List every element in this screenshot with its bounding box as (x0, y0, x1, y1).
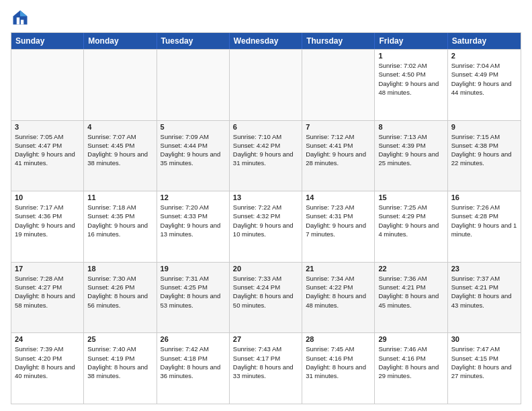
calendar-header-cell: Wednesday (230, 33, 302, 49)
calendar-cell: 19Sunrise: 7:31 AM Sunset: 4:25 PM Dayli… (157, 263, 230, 333)
calendar-header-cell: Sunday (11, 33, 84, 49)
day-number: 27 (233, 335, 298, 343)
calendar-cell: 2Sunrise: 7:04 AM Sunset: 4:49 PM Daylig… (448, 50, 521, 120)
day-number: 24 (15, 335, 80, 343)
calendar-cell-empty (302, 50, 375, 120)
day-info: Sunrise: 7:45 AM Sunset: 4:16 PM Dayligh… (306, 345, 366, 379)
calendar-cell: 23Sunrise: 7:37 AM Sunset: 4:21 PM Dayli… (448, 263, 521, 333)
calendar-cell: 4Sunrise: 7:07 AM Sunset: 4:45 PM Daylig… (84, 121, 157, 191)
calendar-cell: 16Sunrise: 7:26 AM Sunset: 4:28 PM Dayli… (448, 191, 521, 262)
calendar-header: SundayMondayTuesdayWednesdayThursdayFrid… (11, 33, 521, 49)
calendar-cell: 26Sunrise: 7:42 AM Sunset: 4:18 PM Dayli… (157, 333, 230, 404)
calendar-cell: 29Sunrise: 7:46 AM Sunset: 4:16 PM Dayli… (375, 333, 447, 404)
day-number: 1 (378, 52, 443, 60)
calendar-cell: 12Sunrise: 7:20 AM Sunset: 4:33 PM Dayli… (157, 191, 230, 262)
day-number: 25 (87, 335, 152, 343)
calendar-cell-empty (84, 50, 157, 120)
day-number: 26 (161, 335, 226, 343)
calendar-cell: 6Sunrise: 7:10 AM Sunset: 4:42 PM Daylig… (230, 121, 302, 191)
calendar-body: 1Sunrise: 7:02 AM Sunset: 4:50 PM Daylig… (11, 49, 521, 404)
day-number: 14 (306, 193, 371, 201)
day-number: 20 (233, 265, 298, 273)
calendar-cell: 8Sunrise: 7:13 AM Sunset: 4:39 PM Daylig… (375, 121, 447, 191)
calendar-cell: 25Sunrise: 7:40 AM Sunset: 4:19 PM Dayli… (84, 333, 157, 404)
calendar-cell: 10Sunrise: 7:17 AM Sunset: 4:36 PM Dayli… (11, 191, 84, 262)
day-number: 2 (451, 52, 517, 60)
day-info: Sunrise: 7:13 AM Sunset: 4:39 PM Dayligh… (378, 133, 439, 167)
calendar-cell: 17Sunrise: 7:28 AM Sunset: 4:27 PM Dayli… (11, 263, 84, 333)
day-number: 6 (233, 123, 298, 131)
calendar-cell: 9Sunrise: 7:15 AM Sunset: 4:38 PM Daylig… (448, 121, 521, 191)
page-header (11, 8, 521, 27)
day-number: 3 (15, 123, 80, 131)
day-number: 10 (15, 193, 80, 201)
calendar-cell: 22Sunrise: 7:36 AM Sunset: 4:21 PM Dayli… (375, 263, 447, 333)
calendar-cell-empty (157, 50, 230, 120)
svg-rect-4 (21, 20, 24, 25)
day-info: Sunrise: 7:07 AM Sunset: 4:45 PM Dayligh… (87, 133, 148, 167)
calendar-cell: 7Sunrise: 7:12 AM Sunset: 4:41 PM Daylig… (302, 121, 375, 191)
svg-rect-3 (17, 17, 19, 25)
calendar-week: 24Sunrise: 7:39 AM Sunset: 4:20 PM Dayli… (11, 332, 521, 404)
calendar-header-cell: Monday (84, 33, 157, 49)
day-info: Sunrise: 7:10 AM Sunset: 4:42 PM Dayligh… (233, 133, 294, 167)
day-info: Sunrise: 7:33 AM Sunset: 4:24 PM Dayligh… (233, 275, 294, 309)
calendar-cell-empty (11, 50, 84, 120)
day-number: 5 (161, 123, 226, 131)
calendar-week: 1Sunrise: 7:02 AM Sunset: 4:50 PM Daylig… (11, 49, 521, 120)
day-info: Sunrise: 7:17 AM Sunset: 4:36 PM Dayligh… (15, 203, 75, 238)
calendar: SundayMondayTuesdayWednesdayThursdayFrid… (11, 32, 521, 404)
day-info: Sunrise: 7:05 AM Sunset: 4:47 PM Dayligh… (15, 133, 75, 167)
calendar-cell: 30Sunrise: 7:47 AM Sunset: 4:15 PM Dayli… (448, 333, 521, 404)
day-info: Sunrise: 7:47 AM Sunset: 4:15 PM Dayligh… (451, 345, 512, 379)
calendar-cell: 11Sunrise: 7:18 AM Sunset: 4:35 PM Dayli… (84, 191, 157, 262)
day-info: Sunrise: 7:36 AM Sunset: 4:21 PM Dayligh… (378, 275, 439, 309)
day-info: Sunrise: 7:02 AM Sunset: 4:50 PM Dayligh… (378, 62, 439, 96)
day-info: Sunrise: 7:46 AM Sunset: 4:16 PM Dayligh… (378, 345, 439, 379)
calendar-week: 17Sunrise: 7:28 AM Sunset: 4:27 PM Dayli… (11, 262, 521, 333)
calendar-cell: 20Sunrise: 7:33 AM Sunset: 4:24 PM Dayli… (230, 263, 302, 333)
day-number: 9 (451, 123, 517, 131)
day-number: 4 (87, 123, 152, 131)
day-number: 8 (378, 123, 443, 131)
calendar-week: 10Sunrise: 7:17 AM Sunset: 4:36 PM Dayli… (11, 191, 521, 262)
day-info: Sunrise: 7:25 AM Sunset: 4:29 PM Dayligh… (378, 203, 439, 238)
day-number: 19 (161, 265, 226, 273)
day-info: Sunrise: 7:43 AM Sunset: 4:17 PM Dayligh… (233, 345, 294, 379)
day-info: Sunrise: 7:28 AM Sunset: 4:27 PM Dayligh… (15, 275, 75, 309)
day-number: 29 (378, 335, 443, 343)
calendar-header-cell: Thursday (302, 33, 375, 49)
logo-icon (11, 8, 30, 27)
day-number: 13 (233, 193, 298, 201)
calendar-cell-empty (230, 50, 302, 120)
day-number: 7 (306, 123, 371, 131)
calendar-header-cell: Friday (375, 33, 447, 49)
day-number: 16 (451, 193, 517, 201)
calendar-cell: 14Sunrise: 7:23 AM Sunset: 4:31 PM Dayli… (302, 191, 375, 262)
day-number: 21 (306, 265, 371, 273)
day-info: Sunrise: 7:15 AM Sunset: 4:38 PM Dayligh… (451, 133, 512, 167)
day-number: 23 (451, 265, 517, 273)
calendar-cell: 5Sunrise: 7:09 AM Sunset: 4:44 PM Daylig… (157, 121, 230, 191)
day-info: Sunrise: 7:22 AM Sunset: 4:32 PM Dayligh… (233, 203, 294, 238)
day-info: Sunrise: 7:20 AM Sunset: 4:33 PM Dayligh… (161, 203, 221, 238)
day-info: Sunrise: 7:26 AM Sunset: 4:28 PM Dayligh… (451, 203, 517, 238)
day-number: 17 (15, 265, 80, 273)
calendar-week: 3Sunrise: 7:05 AM Sunset: 4:47 PM Daylig… (11, 120, 521, 191)
day-info: Sunrise: 7:12 AM Sunset: 4:41 PM Dayligh… (306, 133, 366, 167)
day-info: Sunrise: 7:18 AM Sunset: 4:35 PM Dayligh… (87, 203, 148, 238)
day-info: Sunrise: 7:34 AM Sunset: 4:22 PM Dayligh… (306, 275, 366, 309)
day-info: Sunrise: 7:23 AM Sunset: 4:31 PM Dayligh… (306, 203, 366, 238)
day-info: Sunrise: 7:39 AM Sunset: 4:20 PM Dayligh… (15, 345, 75, 379)
day-number: 28 (306, 335, 371, 343)
day-number: 11 (87, 193, 152, 201)
logo (11, 8, 32, 27)
calendar-cell: 1Sunrise: 7:02 AM Sunset: 4:50 PM Daylig… (375, 50, 447, 120)
day-info: Sunrise: 7:37 AM Sunset: 4:21 PM Dayligh… (451, 275, 512, 309)
calendar-cell: 27Sunrise: 7:43 AM Sunset: 4:17 PM Dayli… (230, 333, 302, 404)
calendar-cell: 24Sunrise: 7:39 AM Sunset: 4:20 PM Dayli… (11, 333, 84, 404)
day-number: 15 (378, 193, 443, 201)
calendar-header-cell: Saturday (448, 33, 521, 49)
day-info: Sunrise: 7:40 AM Sunset: 4:19 PM Dayligh… (87, 345, 148, 379)
calendar-cell: 21Sunrise: 7:34 AM Sunset: 4:22 PM Dayli… (302, 263, 375, 333)
